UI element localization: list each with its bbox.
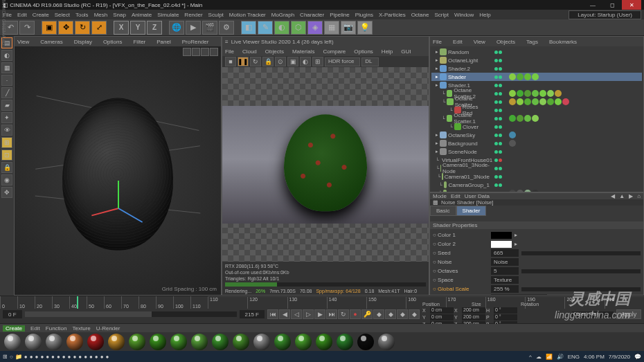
material-slot[interactable]	[377, 334, 396, 350]
taskbar-item-10[interactable]: ●	[62, 354, 66, 360]
obj-row-camera01_3node-node[interactable]: └Camera01_3Node-Node	[431, 164, 642, 172]
material-slot[interactable]: XP_Seed	[148, 334, 168, 350]
attr-nav-3[interactable]: ⌂	[637, 193, 641, 199]
menu-window[interactable]: Window	[454, 12, 474, 18]
rv-menu-help[interactable]: Help	[382, 48, 393, 55]
render-lock-icon[interactable]: 🔒	[262, 57, 274, 66]
render-pause-icon[interactable]: ❚❚	[238, 57, 249, 66]
rv-menu-file[interactable]: File	[225, 48, 234, 55]
prop-value[interactable]: 5	[491, 267, 519, 275]
taskbar-item-13[interactable]: ●	[78, 354, 82, 360]
coord-input[interactable]: 0 °	[494, 307, 517, 314]
rv-menu-gui[interactable]: GUI	[401, 48, 411, 55]
step-back-button[interactable]: ◀	[279, 309, 290, 319]
coord-system[interactable]: 🌐	[169, 21, 184, 35]
material-tag[interactable]	[532, 98, 539, 105]
coord-input[interactable]: 0 cm	[430, 307, 454, 314]
goto-end-button[interactable]: ⏭	[326, 309, 337, 319]
obj-visibility-dots[interactable]	[492, 92, 504, 96]
taskbar-item-17[interactable]: ●	[100, 354, 104, 360]
menu-plugins[interactable]: Plugins	[355, 12, 373, 18]
close-button[interactable]: ✕	[622, 0, 641, 10]
rv-menu-materials[interactable]: Materials	[292, 48, 314, 55]
material-tag[interactable]	[509, 140, 516, 147]
current-frame[interactable]: 0 F	[3, 310, 22, 318]
menu-help[interactable]: Help	[479, 12, 490, 18]
color-swatch[interactable]	[491, 232, 512, 239]
material-slot[interactable]: XP_Seed	[335, 334, 355, 350]
nav-pan[interactable]	[183, 48, 191, 56]
render-pick-icon[interactable]: ⊙	[275, 57, 286, 66]
coord-input[interactable]: 200 cm	[462, 314, 485, 320]
prop-value[interactable]: Texture	[491, 276, 519, 284]
obj-visibility-dots[interactable]	[492, 84, 504, 87]
obj-row-octane-scatter-1[interactable]: └Octane Scatter.1	[431, 114, 642, 123]
render-mode-select[interactable]: HDR force	[325, 57, 360, 66]
minimize-button[interactable]: —	[583, 0, 602, 10]
key-param-button[interactable]: ◆	[409, 309, 420, 319]
coord-input[interactable]: 0 °	[494, 314, 517, 320]
play-fwd-button[interactable]: ▷	[303, 309, 314, 319]
material-tag[interactable]	[562, 98, 569, 105]
snap-settings[interactable]: ⊡	[1, 150, 12, 161]
obj-row-background[interactable]: ▸Background	[431, 139, 642, 147]
taskbar-item-15[interactable]: ●	[89, 354, 93, 360]
mat-menu-texture[interactable]: Texture	[73, 325, 91, 332]
menu-select[interactable]: Select	[55, 12, 70, 18]
obj-menu-file[interactable]: File	[433, 39, 442, 45]
tray-☁[interactable]: ☁	[536, 354, 542, 360]
prim-deformer[interactable]: ◈	[307, 21, 323, 35]
menu-mograph[interactable]: MoGraph	[271, 12, 294, 18]
tray-💬[interactable]: 💬	[634, 354, 641, 360]
vp-menu-cameras[interactable]: Cameras	[40, 39, 62, 45]
taskbar-item-7[interactable]: ●	[46, 354, 49, 360]
vp-menu-display[interactable]: Display	[74, 39, 92, 45]
mat-menu-function[interactable]: Function	[46, 325, 67, 332]
render-refresh-icon[interactable]: ↻	[250, 57, 261, 66]
material-tag[interactable]	[524, 98, 531, 105]
apply-button[interactable]: Apply	[616, 309, 641, 319]
tray-🔊[interactable]: 🔊	[557, 354, 564, 360]
obj-visibility-dots[interactable]	[492, 51, 504, 54]
key-scale-button[interactable]: ◆	[397, 309, 408, 319]
prop-slider[interactable]	[521, 287, 641, 291]
obj-menu-view[interactable]: View	[474, 39, 485, 45]
vp-menu-options[interactable]: Options	[103, 39, 123, 45]
obj-visibility-dots[interactable]	[492, 59, 504, 62]
obj-row-camera01_3node[interactable]: └Camera01_3Node	[431, 172, 642, 181]
attr-nav-1[interactable]: ▲	[619, 193, 625, 199]
taskbar-item-14[interactable]: ●	[84, 354, 87, 360]
step-fwd-button[interactable]: ▶	[314, 309, 325, 319]
axis-x[interactable]: X	[114, 21, 129, 35]
material-tag[interactable]	[517, 90, 524, 97]
menu-pipeline[interactable]: Pipeline	[330, 12, 349, 18]
material-slot[interactable]: s#P_Peta	[107, 334, 126, 350]
taskbar-item-18[interactable]: ●	[106, 354, 109, 360]
material-tag[interactable]	[517, 73, 524, 80]
timeline-scrubber[interactable]	[25, 311, 237, 317]
taskbar-item-2[interactable]: 📁	[15, 354, 22, 360]
material-slot[interactable]: s#P_Leaf	[252, 334, 271, 350]
render-view[interactable]: ▶	[186, 21, 201, 35]
material-slot[interactable]: Mat	[24, 334, 43, 350]
menu-x-particles[interactable]: X-Particles	[379, 12, 406, 18]
vp-menu-prorender[interactable]: ProRender	[182, 39, 209, 45]
material-slot[interactable]: Mat	[3, 334, 22, 350]
autokey-button[interactable]: 🔑	[361, 309, 373, 319]
goto-start-button[interactable]: ⏮	[267, 309, 278, 319]
snap-toggle[interactable]: ⊞	[1, 137, 12, 148]
timeline-ruler-viewport[interactable]: 0102030405060708090100110	[0, 296, 208, 309]
render-settings[interactable]: ⚙	[219, 21, 234, 35]
render-channel-icon[interactable]: ⊞	[312, 57, 323, 66]
render-preset-select[interactable]: DL	[361, 57, 378, 66]
material-slot[interactable]: XP_Leaf	[190, 334, 209, 350]
obj-visibility-dots[interactable]	[492, 183, 504, 187]
taskbar-item-6[interactable]: ●	[40, 354, 44, 360]
menu-octane[interactable]: Octane	[411, 12, 429, 18]
material-tag[interactable]	[532, 115, 539, 122]
render-clay-icon[interactable]: ◐	[300, 57, 311, 66]
rv-menu-options[interactable]: Options	[354, 48, 373, 55]
windows-taskbar[interactable]: ⊞○📁●●●●●●●●●●●●●●●● ^☁📶🔊ENG4:06 PM7/9/20…	[0, 351, 644, 362]
rotate-tool[interactable]: ↻	[75, 21, 90, 35]
playhead[interactable]	[77, 296, 78, 309]
